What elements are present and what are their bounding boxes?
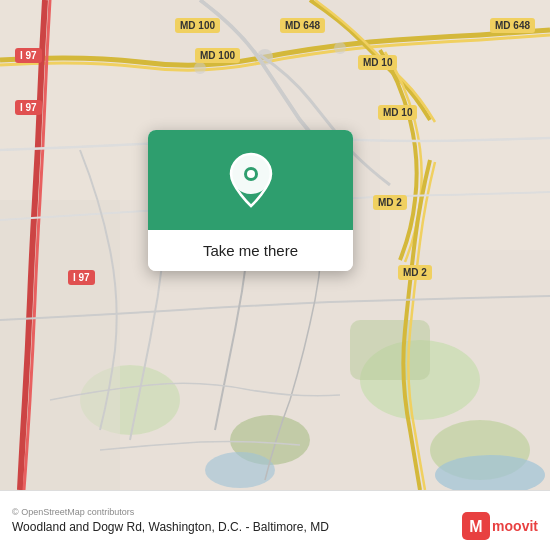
address-text: Woodland and Dogw Rd, Washington, D.C. -… bbox=[12, 520, 538, 534]
location-pin-icon bbox=[228, 152, 274, 208]
location-popup: Take me there bbox=[148, 130, 353, 271]
svg-point-11 bbox=[257, 49, 273, 65]
badge-md10-1: MD 10 bbox=[358, 55, 397, 70]
badge-md648-2: MD 648 bbox=[490, 18, 535, 33]
badge-md100-1: MD 100 bbox=[175, 18, 220, 33]
badge-md2-2: MD 2 bbox=[398, 265, 432, 280]
svg-rect-9 bbox=[0, 200, 120, 490]
badge-md648: MD 648 bbox=[280, 18, 325, 33]
svg-point-7 bbox=[205, 452, 275, 488]
map-view[interactable]: MD 648 MD 100 MD 100 MD 10 MD 10 I 97 I … bbox=[0, 0, 550, 490]
badge-i97-3: I 97 bbox=[68, 270, 95, 285]
badge-md10-2: MD 10 bbox=[378, 105, 417, 120]
badge-md2-1: MD 2 bbox=[373, 195, 407, 210]
popup-header bbox=[148, 130, 353, 230]
badge-i97-1: I 97 bbox=[15, 48, 42, 63]
svg-point-12 bbox=[194, 62, 206, 74]
moovit-logo: M moovit bbox=[462, 512, 538, 540]
svg-rect-3 bbox=[350, 320, 430, 380]
svg-point-16 bbox=[247, 170, 255, 178]
badge-i97-2: I 97 bbox=[15, 100, 42, 115]
moovit-logo-icon: M bbox=[462, 512, 490, 540]
footer: © OpenStreetMap contributors Woodland an… bbox=[0, 490, 550, 550]
svg-text:M: M bbox=[469, 518, 482, 535]
copyright-text: © OpenStreetMap contributors bbox=[12, 507, 538, 517]
take-me-there-button[interactable]: Take me there bbox=[148, 230, 353, 271]
svg-point-13 bbox=[334, 42, 346, 54]
badge-md100-2: MD 100 bbox=[195, 48, 240, 63]
moovit-text: moovit bbox=[492, 518, 538, 534]
